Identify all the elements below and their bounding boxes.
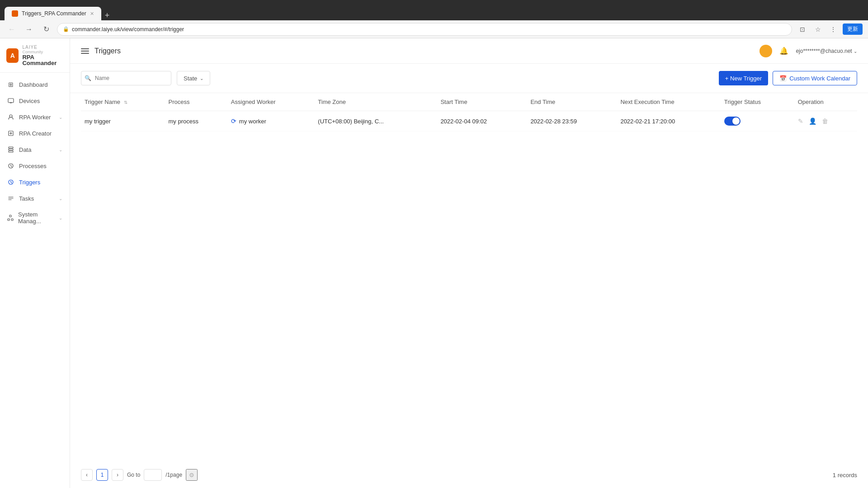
sidebar: A LAIYE Community RPA Commander ⊞ Dashbo…	[0, 38, 70, 488]
pagination: ‹ 1 › Go to /1page ⚙ 1 records	[70, 462, 868, 488]
sidebar-logo: A LAIYE Community RPA Commander	[0, 38, 70, 73]
user-email: ejo********@chacuo.net	[796, 48, 852, 54]
header-right: 🔔 ejo********@chacuo.net ⌄	[760, 45, 857, 57]
sidebar-item-label: Tasks	[19, 195, 34, 202]
chevron-down-icon: ⌄	[59, 216, 62, 221]
user-chevron-icon: ⌄	[854, 49, 857, 54]
prev-page-button[interactable]: ‹	[81, 469, 93, 481]
tab-favicon	[12, 10, 18, 17]
end-time-cell: 2022-02-28 23:59	[527, 111, 617, 131]
hamburger-button[interactable]	[81, 48, 89, 54]
refresh-button[interactable]: ↻	[40, 23, 52, 36]
toolbar: 🔍 State ⌄ + New Trigger 📅 Custom Work Ca…	[70, 64, 868, 93]
svg-rect-9	[9, 151, 13, 152]
logo-text: LAIYE Community RPA Commander	[22, 45, 63, 66]
records-count: 1 records	[833, 472, 857, 479]
worker-name: my worker	[239, 118, 266, 125]
hamburger-line	[81, 51, 89, 52]
tasks-icon	[7, 195, 14, 202]
start-time-cell: 2022-02-04 09:02	[437, 111, 527, 131]
system-manage-icon	[7, 214, 14, 221]
cast-button[interactable]: ⊡	[797, 23, 808, 35]
bookmark-button[interactable]: ☆	[812, 23, 824, 35]
main-header: Triggers 🔔 ejo********@chacuo.net ⌄	[70, 38, 868, 64]
col-operation: Operation	[794, 93, 857, 111]
status-cell	[721, 111, 794, 131]
app-wrapper: A LAIYE Community RPA Commander ⊞ Dashbo…	[0, 38, 868, 488]
current-page[interactable]: 1	[96, 469, 108, 481]
sidebar-item-system-manage[interactable]: System Manag... ⌄	[0, 206, 70, 229]
col-end-time: End Time	[527, 93, 617, 111]
logo-brand: LAIYE	[22, 45, 63, 50]
svg-rect-7	[9, 147, 13, 148]
custom-work-calendar-button[interactable]: 📅 Custom Work Calendar	[773, 71, 857, 85]
sidebar-item-tasks[interactable]: Tasks ⌄	[0, 190, 70, 206]
delete-icon[interactable]: 🗑	[822, 117, 828, 125]
col-assigned-worker: Assigned Worker	[227, 93, 314, 111]
goto-page-input[interactable]	[144, 469, 162, 481]
main-content: Triggers 🔔 ejo********@chacuo.net ⌄ 🔍 St…	[70, 38, 868, 488]
col-next-execution: Next Execution Time	[617, 93, 720, 111]
operation-icons: ✎ 👤 🗑	[798, 117, 854, 125]
sort-icon: ⇅	[124, 100, 127, 105]
search-input[interactable]	[81, 71, 171, 85]
address-text: commander.laiye.uk/view/commander/#/trig…	[72, 26, 184, 33]
hamburger-line	[81, 48, 89, 49]
sidebar-item-rpa-creator[interactable]: RPA Creator	[0, 125, 70, 141]
col-trigger-name: Trigger Name ⇅	[81, 93, 165, 111]
col-start-time: Start Time	[437, 93, 527, 111]
nav-right-icons: ⊡ ☆ ⋮ 更新	[797, 23, 863, 35]
rpa-creator-icon	[7, 130, 14, 137]
triggers-icon	[7, 178, 14, 186]
sidebar-item-data[interactable]: Data ⌄	[0, 141, 70, 158]
new-trigger-button[interactable]: + New Trigger	[719, 71, 768, 85]
new-tab-button[interactable]: +	[101, 11, 113, 20]
user-assign-icon[interactable]: 👤	[809, 117, 816, 125]
forward-button[interactable]: →	[23, 23, 35, 36]
next-page-button[interactable]: ›	[112, 469, 123, 481]
processes-icon	[7, 162, 14, 169]
tab-close-btn[interactable]: ✕	[90, 11, 94, 17]
sidebar-item-dashboard[interactable]: ⊞ Dashboard	[0, 76, 70, 93]
chevron-down-icon: ⌄	[59, 147, 62, 152]
user-menu[interactable]: ejo********@chacuo.net ⌄	[796, 48, 857, 54]
logo-product: RPA Commander	[22, 54, 63, 66]
sidebar-item-triggers[interactable]: Triggers	[0, 174, 70, 190]
page-suffix: /1page	[165, 472, 182, 478]
triggers-table: Trigger Name ⇅ Process Assigned Worker T…	[81, 93, 857, 131]
data-icon	[7, 146, 14, 153]
notifications-button[interactable]: 🔔	[779, 47, 788, 55]
operation-cell: ✎ 👤 🗑	[794, 111, 857, 131]
update-button[interactable]: 更新	[843, 23, 863, 35]
process-cell: my process	[165, 111, 227, 131]
goto-label: Go to	[127, 472, 140, 478]
sidebar-item-devices[interactable]: Devices	[0, 93, 70, 109]
col-process: Process	[165, 93, 227, 111]
active-tab[interactable]: Triggers_RPA Commander ✕	[5, 7, 101, 20]
worker-status-icon: ⟳	[231, 117, 236, 125]
search-wrapper: 🔍	[81, 71, 171, 85]
address-bar[interactable]: 🔒 commander.laiye.uk/view/commander/#/tr…	[57, 23, 792, 36]
edit-icon[interactable]: ✎	[798, 117, 803, 125]
status-indicator	[760, 45, 772, 57]
sidebar-item-label: Dashboard	[19, 81, 48, 88]
logo-icon: A	[6, 48, 19, 63]
svg-rect-0	[8, 99, 14, 103]
trigger-status-toggle[interactable]	[724, 117, 741, 126]
sidebar-item-rpa-worker[interactable]: RPA Worker ⌄	[0, 109, 70, 125]
col-time-zone: Time Zone	[314, 93, 437, 111]
settings-button[interactable]: ⋮	[827, 23, 839, 35]
calendar-icon: 📅	[779, 75, 787, 82]
lock-icon: 🔒	[63, 26, 69, 32]
chevron-down-icon: ⌄	[59, 196, 62, 201]
page-settings-button[interactable]: ⚙	[186, 469, 198, 481]
sidebar-navigation: ⊞ Dashboard Devices RPA Worker ⌄	[0, 73, 70, 488]
browser-chrome: Triggers_RPA Commander ✕ +	[0, 0, 868, 20]
rpa-worker-icon	[7, 113, 14, 121]
back-button[interactable]: ←	[5, 23, 18, 36]
page-title: Triggers	[94, 47, 121, 55]
search-icon: 🔍	[85, 75, 91, 81]
state-filter-button[interactable]: State ⌄	[177, 71, 210, 85]
toggle-knob	[732, 117, 740, 125]
sidebar-item-processes[interactable]: Processes	[0, 158, 70, 174]
